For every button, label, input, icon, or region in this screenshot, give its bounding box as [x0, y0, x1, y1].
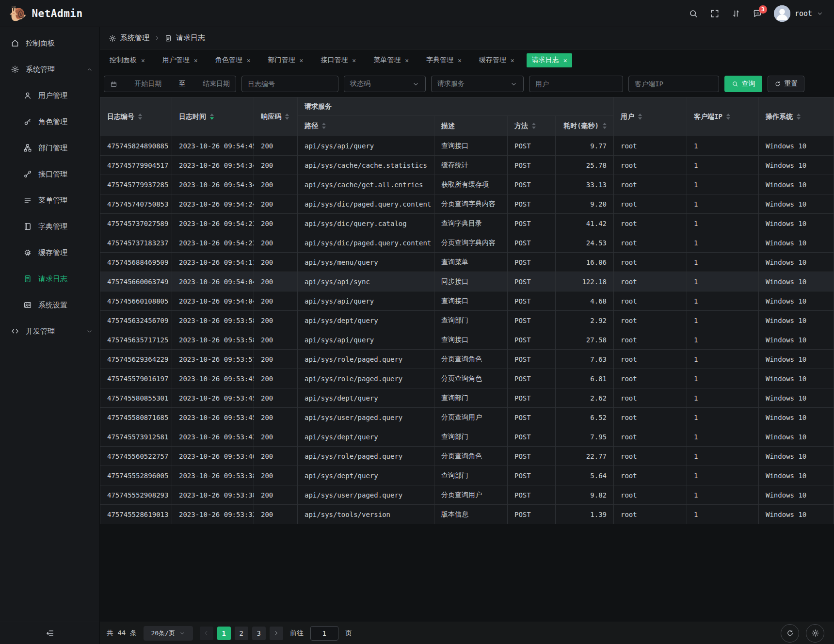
table-row[interactable]: 4757457799045172023-10-26 09:54:34200api…: [100, 156, 834, 175]
page-size-select[interactable]: 20条/页: [144, 626, 193, 641]
sidebar-item-label: 角色管理: [38, 117, 93, 127]
search-button[interactable]: 查询: [724, 76, 762, 92]
table-row[interactable]: 4757455529082932023-10-26 09:53:38200api…: [100, 485, 834, 505]
notifications-icon[interactable]: 3: [753, 9, 762, 18]
client-ip-input[interactable]: [628, 76, 719, 92]
goto-page-input[interactable]: [310, 626, 338, 641]
sort-icon[interactable]: [532, 123, 536, 129]
table-row[interactable]: 4757456293642292023-10-26 09:53:57200api…: [100, 350, 834, 369]
page-button-1[interactable]: 1: [217, 627, 231, 640]
table-row[interactable]: 4757457370275892023-10-26 09:54:23200api…: [100, 214, 834, 233]
sidebar-item-开发管理[interactable]: 开发管理: [0, 318, 99, 344]
sidebar-item-系统管理[interactable]: 系统管理: [0, 56, 99, 82]
close-icon[interactable]: ✕: [194, 57, 198, 64]
tab-字典管理[interactable]: 字典管理✕: [421, 53, 467, 67]
sidebar-item-角色管理[interactable]: 角色管理: [0, 109, 99, 135]
sidebar-item-系统设置[interactable]: 系统设置: [0, 292, 99, 318]
sidebar-item-用户管理[interactable]: 用户管理: [0, 82, 99, 109]
table-row[interactable]: 4757457371832372023-10-26 09:54:23200api…: [100, 233, 834, 253]
tab-请求日志[interactable]: 请求日志✕: [527, 53, 573, 67]
service-select[interactable]: 请求服务: [431, 76, 524, 92]
close-icon[interactable]: ✕: [352, 57, 356, 64]
search-icon[interactable]: [689, 9, 698, 18]
table-row[interactable]: 4757456600637492023-10-26 09:54:04200api…: [100, 272, 834, 291]
sidebar-item-部门管理[interactable]: 部门管理: [0, 135, 99, 161]
collapse-sidebar-icon[interactable]: [45, 628, 55, 638]
col-log-time[interactable]: 日志时间: [172, 97, 254, 136]
sort-icon-active[interactable]: [210, 113, 214, 120]
swap-arrows-icon[interactable]: [731, 9, 741, 18]
tab-角色管理[interactable]: 角色管理✕: [210, 53, 256, 67]
sort-icon[interactable]: [285, 113, 289, 120]
reset-button[interactable]: 重置: [768, 76, 804, 92]
cell: 2023-10-26 09:53:58: [172, 311, 254, 330]
table-row[interactable]: 4757455808716852023-10-26 09:53:45200api…: [100, 408, 834, 427]
table-row[interactable]: 4757455808553012023-10-26 09:53:45200api…: [100, 388, 834, 408]
close-icon[interactable]: ✕: [458, 57, 462, 64]
next-page-button[interactable]: [270, 627, 283, 640]
close-icon[interactable]: ✕: [299, 57, 303, 64]
tab-用户管理[interactable]: 用户管理✕: [157, 53, 203, 67]
table-row[interactable]: 4757455790161972023-10-26 09:53:45200api…: [100, 369, 834, 388]
table-row[interactable]: 4757456324567092023-10-26 09:53:58200api…: [100, 311, 834, 330]
table-row[interactable]: 4757455739125812023-10-26 09:53:43200api…: [100, 427, 834, 447]
col-method[interactable]: 方法: [508, 116, 556, 136]
sidebar-item-缓存管理[interactable]: 缓存管理: [0, 240, 99, 266]
sort-icon[interactable]: [638, 113, 642, 120]
log-id-input[interactable]: [241, 76, 338, 92]
col-user[interactable]: 用户: [614, 97, 687, 136]
close-icon[interactable]: ✕: [141, 57, 145, 64]
tab-接口管理[interactable]: 接口管理✕: [315, 53, 361, 67]
close-icon[interactable]: ✕: [405, 57, 409, 64]
sort-icon[interactable]: [726, 113, 730, 120]
sort-icon[interactable]: [322, 123, 326, 129]
table-row[interactable]: 4757456357171252023-10-26 09:53:58200api…: [100, 330, 834, 350]
col-path[interactable]: 路径: [298, 116, 434, 136]
table-row[interactable]: 4757456884695092023-10-26 09:54:11200api…: [100, 253, 834, 272]
user-input[interactable]: [529, 76, 623, 92]
sort-icon[interactable]: [603, 123, 607, 129]
close-icon[interactable]: ✕: [563, 57, 567, 64]
table-row[interactable]: 4757455605227572023-10-26 09:53:40200api…: [100, 447, 834, 466]
logo[interactable]: 🐌 NetAdmin: [9, 6, 83, 21]
page-button-3[interactable]: 3: [252, 627, 266, 640]
cell: 分页查询角色: [434, 350, 508, 369]
sort-icon[interactable]: [797, 113, 801, 120]
col-elapsed[interactable]: 耗时(毫秒): [556, 116, 614, 136]
fullscreen-icon[interactable]: [710, 9, 720, 18]
sidebar-item-控制面板[interactable]: 控制面板: [0, 30, 99, 56]
breadcrumb-item-request-log[interactable]: 请求日志: [164, 33, 205, 43]
table-row[interactable]: 4757457407508532023-10-26 09:54:24200api…: [100, 194, 834, 214]
table-row[interactable]: 4757455286190132023-10-26 09:53:32200api…: [100, 505, 834, 524]
breadcrumb-item-system[interactable]: 系统管理: [109, 33, 149, 43]
table-row[interactable]: 4757455528960052023-10-26 09:53:38200api…: [100, 466, 834, 485]
sidebar-item-接口管理[interactable]: 接口管理: [0, 161, 99, 187]
tab-缓存管理[interactable]: 缓存管理✕: [474, 53, 520, 67]
sort-icon[interactable]: [138, 113, 142, 120]
sidebar-item-字典管理[interactable]: 字典管理: [0, 213, 99, 240]
sidebar-item-label: 系统管理: [26, 65, 80, 74]
table-row[interactable]: 4757456601088052023-10-26 09:54:04200api…: [100, 291, 834, 311]
status-code-select[interactable]: 状态码: [344, 76, 426, 92]
sidebar-item-请求日志[interactable]: 请求日志: [0, 266, 99, 292]
tab-部门管理[interactable]: 部门管理✕: [262, 53, 308, 67]
close-icon[interactable]: ✕: [511, 57, 514, 64]
refresh-button[interactable]: [781, 624, 799, 643]
col-client-ip[interactable]: 客户端IP: [687, 97, 759, 136]
tab-菜单管理[interactable]: 菜单管理✕: [368, 53, 414, 67]
close-icon[interactable]: ✕: [247, 57, 251, 64]
date-range-picker[interactable]: 开始日期 至 结束日期: [104, 76, 236, 92]
cell: 475745779937285: [100, 175, 172, 194]
sidebar-item-菜单管理[interactable]: 菜单管理: [0, 187, 99, 213]
user-menu[interactable]: root: [774, 5, 823, 22]
cell: 1: [687, 175, 759, 194]
col-os[interactable]: 操作系统: [759, 97, 834, 136]
tab-控制面板[interactable]: 控制面板✕: [104, 53, 150, 67]
table-row[interactable]: 4757458248908852023-10-26 09:54:45200api…: [100, 136, 834, 156]
col-log-id[interactable]: 日志编号: [100, 97, 172, 136]
table-row[interactable]: 4757457799372852023-10-26 09:54:34200api…: [100, 175, 834, 194]
col-status[interactable]: 响应码: [254, 97, 298, 136]
page-button-2[interactable]: 2: [235, 627, 248, 640]
prev-page-button[interactable]: [200, 627, 213, 640]
settings-button[interactable]: [806, 624, 824, 643]
